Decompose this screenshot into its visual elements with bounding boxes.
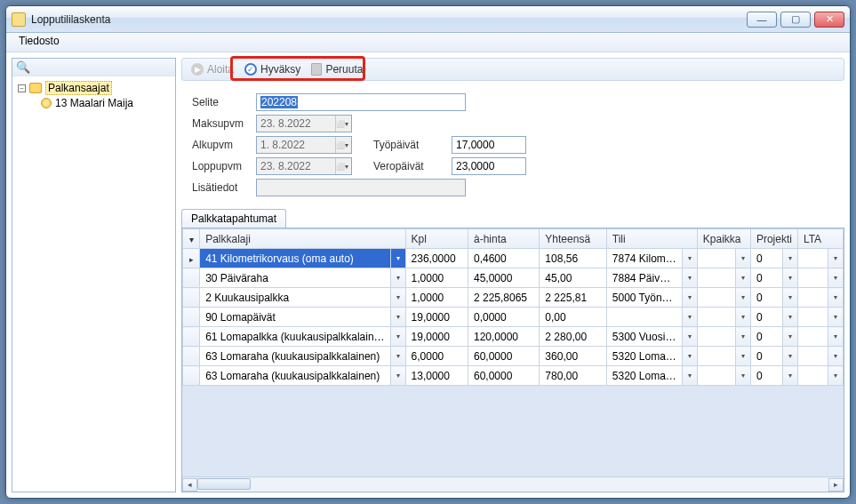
dropdown-icon[interactable]: ▾ xyxy=(782,308,797,327)
col-yhteensa[interactable]: Yhteensä xyxy=(540,229,606,249)
input-lisatiedot[interactable] xyxy=(256,179,466,196)
tree-child[interactable]: 13 Maalari Maija xyxy=(16,96,172,110)
cell-projekti[interactable]: 0 xyxy=(750,327,782,347)
maximize-button[interactable]: ▢ xyxy=(780,12,811,28)
cell-palkkalaji[interactable]: 63 Lomaraha (kuukausipalkkalainen) xyxy=(200,366,390,386)
dropdown-icon[interactable]: ▾ xyxy=(828,308,843,327)
row-header[interactable] xyxy=(183,327,200,347)
table-row[interactable]: 30 Päiväraha▾1,000045,000045,007884 Päiv… xyxy=(183,268,844,288)
cell-tili[interactable]: 5000 Työn… xyxy=(606,288,682,308)
cell-projekti[interactable]: 0 xyxy=(750,366,782,386)
cell-kpaikka[interactable] xyxy=(697,347,735,366)
cell-ahinta[interactable]: 2 225,8065 xyxy=(468,288,539,308)
cell-projekti[interactable]: 0 xyxy=(750,268,782,288)
dropdown-icon[interactable]: ▾ xyxy=(782,366,797,386)
dropdown-icon[interactable]: ▾ xyxy=(735,308,750,327)
dropdown-icon[interactable]: ▾ xyxy=(682,327,697,347)
cell-yhteensa[interactable]: 780,00 xyxy=(540,366,606,386)
row-header[interactable] xyxy=(183,366,200,386)
dropdown-icon[interactable]: ▾ xyxy=(390,347,405,366)
cell-projekti[interactable]: 0 xyxy=(750,249,782,268)
cell-kpl[interactable]: 19,0000 xyxy=(405,308,468,327)
dropdown-icon[interactable]: ▾ xyxy=(682,347,697,366)
scroll-thumb[interactable] xyxy=(197,478,251,490)
input-maksupvm[interactable]: 23. 8.2022 ⬜▾ xyxy=(256,115,352,132)
table-row[interactable]: 90 Lomapäivät▾19,00000,00000,00▾▾0▾▾ xyxy=(183,308,844,327)
table-row[interactable]: 2 Kuukausipalkka▾1,00002 225,80652 225,8… xyxy=(183,288,844,308)
cell-kpaikka[interactable] xyxy=(697,288,735,308)
cell-lta[interactable] xyxy=(797,366,828,386)
cell-yhteensa[interactable]: 45,00 xyxy=(540,268,606,288)
cell-ahinta[interactable]: 60,0000 xyxy=(468,347,539,366)
cell-projekti[interactable]: 0 xyxy=(750,308,782,327)
cell-kpl[interactable]: 19,0000 xyxy=(405,327,468,347)
dropdown-icon[interactable]: ▾ xyxy=(828,249,843,268)
col-tili[interactable]: Tili xyxy=(606,229,697,249)
row-header[interactable] xyxy=(183,249,200,268)
dropdown-icon[interactable]: ▾ xyxy=(682,268,697,288)
cell-yhteensa[interactable]: 0,00 xyxy=(540,308,606,327)
cell-yhteensa[interactable]: 2 225,81 xyxy=(540,288,606,308)
tree-root[interactable]: − Palkansaajat xyxy=(16,80,172,96)
cell-projekti[interactable]: 0 xyxy=(750,288,782,308)
dropdown-icon[interactable]: ▾ xyxy=(682,288,697,308)
col-kpl[interactable]: Kpl xyxy=(405,229,468,249)
cell-yhteensa[interactable]: 108,56 xyxy=(540,249,606,268)
input-loppupvm[interactable]: 23. 8.2022 ⬜▾ xyxy=(256,157,352,175)
dropdown-icon[interactable]: ▾ xyxy=(735,366,750,386)
dropdown-icon[interactable]: ▾ xyxy=(828,288,843,308)
dropdown-icon[interactable]: ▾ xyxy=(782,268,797,288)
table-row[interactable]: 61 Lomapalkka (kuukausipalkkalain…▾19,00… xyxy=(183,327,844,347)
table-row[interactable]: 41 Kilometrikorvaus (oma auto)▾236,00000… xyxy=(183,249,844,268)
cell-lta[interactable] xyxy=(797,308,828,327)
dropdown-icon[interactable]: ▾ xyxy=(782,327,797,347)
cell-yhteensa[interactable]: 2 280,00 xyxy=(540,327,606,347)
cell-lta[interactable] xyxy=(797,268,828,288)
scroll-track[interactable] xyxy=(197,478,828,492)
cell-kpaikka[interactable] xyxy=(697,327,735,347)
cell-kpl[interactable]: 6,0000 xyxy=(405,347,468,366)
row-header[interactable] xyxy=(183,268,200,288)
cell-lta[interactable] xyxy=(797,347,828,366)
cell-yhteensa[interactable]: 360,00 xyxy=(540,347,606,366)
cell-tili[interactable]: 5320 Loma… xyxy=(606,347,682,366)
scroll-right-arrow[interactable]: ▸ xyxy=(828,478,844,492)
cell-kpl[interactable]: 1,0000 xyxy=(405,268,468,288)
calendar-dropdown-icon[interactable]: ⬜▾ xyxy=(335,158,348,174)
dropdown-icon[interactable]: ▾ xyxy=(782,249,797,268)
cell-ahinta[interactable]: 0,4600 xyxy=(468,249,539,268)
approve-button[interactable]: ✓ Hyväksy xyxy=(239,61,306,77)
dropdown-icon[interactable]: ▾ xyxy=(828,366,843,386)
cell-palkkalaji[interactable]: 2 Kuukausipalkka xyxy=(200,288,390,308)
dropdown-icon[interactable]: ▾ xyxy=(735,347,750,366)
cell-kpl[interactable]: 1,0000 xyxy=(405,288,468,308)
horizontal-scrollbar[interactable]: ◂ ▸ xyxy=(182,476,844,492)
dropdown-icon[interactable]: ▾ xyxy=(735,249,750,268)
tab-palkkatapahtumat[interactable]: Palkkatapahtumat xyxy=(181,209,286,228)
minimize-button[interactable]: — xyxy=(747,12,777,28)
cell-lta[interactable] xyxy=(797,249,828,268)
col-ahinta[interactable]: à-hinta xyxy=(468,229,539,249)
input-alkupvm[interactable]: 1. 8.2022 ⬜▾ xyxy=(256,136,352,154)
cell-tili[interactable]: 5300 Vuosi… xyxy=(606,327,682,347)
input-veropaivat[interactable]: 23,0000 xyxy=(452,157,526,175)
cell-ahinta[interactable]: 0,0000 xyxy=(468,308,539,327)
dropdown-icon[interactable]: ▾ xyxy=(828,327,843,347)
cell-tili[interactable] xyxy=(606,308,682,327)
col-palkkalaji[interactable]: Palkkalaji xyxy=(200,229,405,249)
cell-palkkalaji[interactable]: 30 Päiväraha xyxy=(200,268,390,288)
input-selite[interactable]: 202208 xyxy=(256,93,466,111)
cell-palkkalaji[interactable]: 90 Lomapäivät xyxy=(200,308,390,327)
cell-tili[interactable]: 5320 Loma… xyxy=(606,366,682,386)
dropdown-icon[interactable]: ▾ xyxy=(682,308,697,327)
binoculars-icon[interactable]: 🔍 xyxy=(16,60,30,74)
dropdown-icon[interactable]: ▾ xyxy=(828,268,843,288)
col-lta[interactable]: LTA xyxy=(797,229,843,249)
cell-palkkalaji[interactable]: 63 Lomaraha (kuukausipalkkalainen) xyxy=(200,347,390,366)
cancel-button[interactable]: Peruuta xyxy=(306,61,368,77)
dropdown-icon[interactable]: ▾ xyxy=(390,249,405,268)
input-tyopaivat[interactable]: 17,0000 xyxy=(452,136,526,154)
table-row[interactable]: 63 Lomaraha (kuukausipalkkalainen)▾13,00… xyxy=(183,366,844,386)
cell-lta[interactable] xyxy=(797,327,828,347)
dropdown-icon[interactable]: ▾ xyxy=(735,327,750,347)
